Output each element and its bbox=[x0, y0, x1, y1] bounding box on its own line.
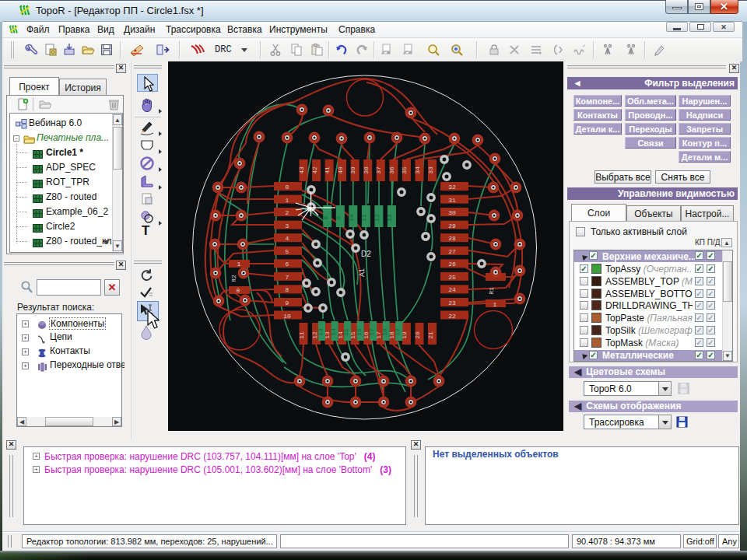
svg-text:16: 16 bbox=[356, 328, 363, 336]
svg-text:38: 38 bbox=[363, 166, 370, 174]
svg-text:3: 3 bbox=[286, 222, 289, 229]
svg-text:10: 10 bbox=[348, 214, 355, 222]
svg-text:39: 39 bbox=[349, 166, 356, 174]
svg-text:9: 9 bbox=[335, 215, 342, 219]
svg-text:27: 27 bbox=[448, 248, 456, 255]
svg-text:33: 33 bbox=[427, 166, 434, 174]
svg-text:R1: R1 bbox=[488, 287, 495, 295]
svg-text:37: 37 bbox=[375, 166, 382, 174]
svg-text:22: 22 bbox=[448, 313, 456, 320]
svg-text:1: 1 bbox=[286, 197, 289, 204]
svg-text:8: 8 bbox=[286, 286, 289, 293]
svg-text:29: 29 bbox=[448, 222, 456, 229]
svg-text:0: 0 bbox=[237, 287, 240, 294]
svg-text:40: 40 bbox=[337, 166, 344, 174]
svg-text:2: 2 bbox=[286, 209, 289, 216]
svg-text:8: 8 bbox=[322, 215, 329, 219]
svg-text:1: 1 bbox=[237, 261, 241, 268]
svg-text:36: 36 bbox=[388, 166, 395, 174]
svg-text:19: 19 bbox=[394, 328, 401, 336]
svg-text:10: 10 bbox=[283, 313, 291, 320]
svg-text:12: 12 bbox=[374, 214, 381, 222]
svg-text:34: 34 bbox=[414, 166, 421, 174]
svg-text:17: 17 bbox=[368, 328, 375, 336]
svg-text:15: 15 bbox=[342, 328, 349, 336]
svg-text:6: 6 bbox=[286, 261, 289, 268]
svg-text:5: 5 bbox=[286, 248, 289, 255]
svg-text:11: 11 bbox=[360, 214, 367, 222]
svg-text:14: 14 bbox=[330, 328, 337, 336]
svg-text:A1: A1 bbox=[358, 268, 366, 277]
svg-text:25: 25 bbox=[448, 274, 456, 281]
svg-text:35: 35 bbox=[401, 166, 408, 174]
svg-text:13: 13 bbox=[386, 214, 393, 222]
svg-text:26: 26 bbox=[448, 261, 456, 268]
svg-text:42: 42 bbox=[311, 166, 318, 174]
svg-text:18: 18 bbox=[381, 328, 388, 336]
svg-text:24: 24 bbox=[448, 286, 456, 293]
svg-text:1: 1 bbox=[493, 301, 497, 308]
svg-text:21: 21 bbox=[427, 331, 434, 339]
svg-text:20: 20 bbox=[414, 331, 421, 339]
svg-text:23: 23 bbox=[448, 299, 456, 306]
svg-text:28: 28 bbox=[448, 235, 456, 242]
svg-text:13: 13 bbox=[317, 328, 324, 336]
svg-text:9: 9 bbox=[286, 299, 289, 306]
svg-text:R2: R2 bbox=[230, 275, 237, 282]
svg-text:41: 41 bbox=[324, 166, 331, 174]
svg-text:D2: D2 bbox=[361, 250, 371, 258]
svg-text:32: 32 bbox=[448, 184, 456, 191]
svg-text:4: 4 bbox=[286, 235, 289, 242]
svg-text:11: 11 bbox=[298, 331, 305, 339]
svg-text:43: 43 bbox=[298, 166, 305, 174]
svg-text:31: 31 bbox=[448, 197, 456, 204]
svg-text:0: 0 bbox=[286, 184, 289, 191]
svg-text:7: 7 bbox=[286, 274, 289, 281]
svg-text:30: 30 bbox=[448, 209, 456, 216]
